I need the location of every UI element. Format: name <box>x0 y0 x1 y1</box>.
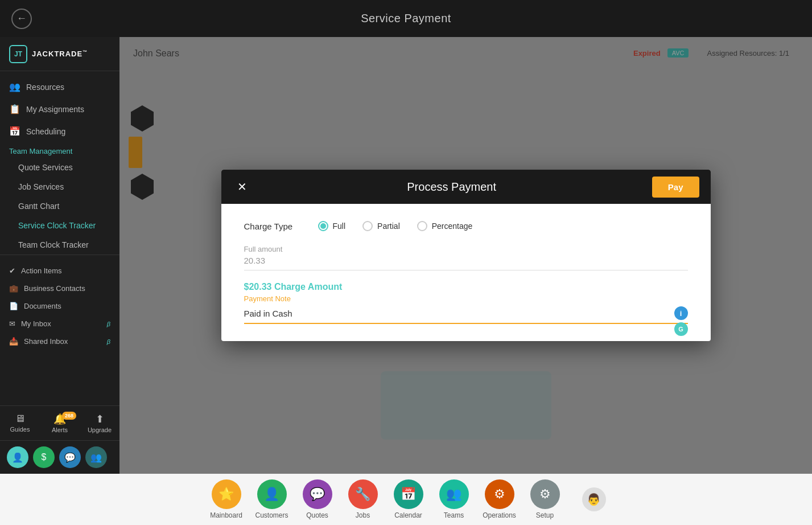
process-payment-modal: ✕ Process Payment Pay Charge Type Full <box>221 170 711 341</box>
full-amount-value: 20.33 <box>244 256 688 270</box>
my-inbox-icon: ✉ <box>9 319 15 328</box>
back-button[interactable]: ← <box>11 9 32 29</box>
user-avatar[interactable]: 👨 <box>582 487 606 511</box>
logo-text: JACKTRADE™ <box>32 50 88 58</box>
setup-icon: ⚙ <box>530 479 560 509</box>
sidebar-nav: 👥 Resources 📋 My Assignments 📅 Schedulin… <box>0 71 119 405</box>
sidebar-footer-icons: 👤 $ 💬 👥 <box>0 440 119 474</box>
modal-title: Process Payment <box>252 181 652 194</box>
sidebar-item-service-clock-tracker[interactable]: Service Clock Tracker <box>0 216 119 235</box>
main-layout: JT JACKTRADE™ 👥 Resources 📋 My Assignmen… <box>0 37 812 474</box>
modal-overlay: ✕ Process Payment Pay Charge Type Full <box>119 37 812 474</box>
sidebar-footer-actions: 🖥 Guides 🔔 Alerts 268 ⬆ Upgrade <box>0 405 119 440</box>
business-contacts-icon: 💼 <box>9 284 18 293</box>
charge-type-label: Charge Type <box>244 222 301 231</box>
calendar-label: Calendar <box>394 511 422 519</box>
sidebar-item-job-services[interactable]: Job Services <box>0 177 119 196</box>
assignments-icon: 📋 <box>9 104 20 114</box>
sidebar-item-resources[interactable]: 👥 Resources <box>0 76 119 98</box>
dollar-icon[interactable]: $ <box>33 446 55 468</box>
payment-note-input[interactable] <box>244 306 688 324</box>
sidebar-item-documents[interactable]: 📄 Documents <box>0 297 119 315</box>
nav-setup[interactable]: ⚙ Setup <box>525 479 565 519</box>
page-title: Service Payment <box>361 12 451 25</box>
nav-operations[interactable]: ⚙ Operations <box>480 479 520 519</box>
my-inbox-beta: β <box>107 321 110 327</box>
sidebar-item-gantt-chart[interactable]: Gantt Chart <box>0 196 119 216</box>
alerts-badge: 268 <box>62 412 76 420</box>
sidebar-item-quote-services[interactable]: Quote Services <box>0 158 119 177</box>
top-header: ← Service Payment <box>0 0 812 37</box>
radio-partial-circle <box>362 221 373 231</box>
nav-customers[interactable]: 👤 Customers <box>252 479 292 519</box>
sidebar-item-scheduling[interactable]: 📅 Scheduling <box>0 120 119 142</box>
modal-body: Charge Type Full Partial Percentage <box>221 204 711 341</box>
charge-type-full[interactable]: Full <box>318 221 346 231</box>
full-amount-section: Full amount 20.33 <box>244 245 688 270</box>
shared-inbox-beta: β <box>107 338 110 345</box>
user-profile-icon[interactable]: 👤 <box>7 446 28 468</box>
sidebar-item-shared-inbox[interactable]: 📥 Shared Inbox β <box>0 333 119 350</box>
charge-type-row: Charge Type Full Partial Percentage <box>244 221 688 231</box>
resources-icon: 👥 <box>9 81 20 92</box>
info-icon[interactable]: i <box>674 306 688 320</box>
setup-label: Setup <box>536 511 554 519</box>
customers-icon: 👤 <box>257 479 287 509</box>
sidebar-logo: JT JACKTRADE™ <box>0 37 119 71</box>
jobs-icon: 🔧 <box>348 479 378 509</box>
nav-calendar[interactable]: 📅 Calendar <box>389 479 428 519</box>
charge-type-percentage[interactable]: Percentage <box>417 221 473 231</box>
pay-button[interactable]: Pay <box>652 177 699 198</box>
note-icons: i G <box>674 306 688 336</box>
guides-button[interactable]: 🖥 Guides <box>0 411 40 436</box>
sidebar: JT JACKTRADE™ 👥 Resources 📋 My Assignmen… <box>0 37 119 474</box>
upgrade-icon: ⬆ <box>96 413 104 425</box>
scheduling-icon: 📅 <box>9 126 20 137</box>
quotes-icon: 💬 <box>303 479 332 509</box>
sidebar-item-my-assignments[interactable]: 📋 My Assignments <box>0 98 119 120</box>
nav-jobs[interactable]: 🔧 Jobs <box>343 479 383 519</box>
radio-full-circle <box>318 221 328 231</box>
sidebar-bottom: ✔ Action Items 💼 Business Contacts 📄 Doc… <box>0 255 119 357</box>
chat-icon[interactable]: 💬 <box>59 446 81 468</box>
team-management-header: Team Management <box>0 142 119 158</box>
calendar-icon: 📅 <box>394 479 423 509</box>
teams-label: Teams <box>444 511 464 519</box>
grammar-icon[interactable]: G <box>674 322 688 336</box>
payment-note-row: i G <box>244 306 688 324</box>
customers-label: Customers <box>255 511 288 519</box>
sidebar-item-action-items[interactable]: ✔ Action Items <box>0 262 119 280</box>
charge-type-partial[interactable]: Partial <box>362 221 400 231</box>
jobs-label: Jobs <box>356 511 370 519</box>
radio-partial-label: Partial <box>377 222 400 231</box>
payment-note-label: Payment Note <box>244 294 688 303</box>
bottom-nav: ⭐ Mainboard 👤 Customers 💬 Quotes 🔧 Jobs … <box>0 474 812 525</box>
full-amount-label: Full amount <box>244 245 688 253</box>
nav-quotes[interactable]: 💬 Quotes <box>298 479 337 519</box>
content-area: John Sears Expired AVC Assigned Resource… <box>119 37 812 474</box>
action-items-icon: ✔ <box>9 266 15 275</box>
teams-icon: 👥 <box>439 479 469 509</box>
guides-icon: 🖥 <box>15 413 25 425</box>
sidebar-item-my-inbox[interactable]: ✉ My Inbox β <box>0 315 119 333</box>
radio-percentage-label: Percentage <box>432 222 473 231</box>
quotes-label: Quotes <box>306 511 328 519</box>
documents-icon: 📄 <box>9 302 18 310</box>
operations-icon: ⚙ <box>485 479 514 509</box>
team-footer-icon[interactable]: 👥 <box>85 446 107 468</box>
sidebar-item-team-clock-tracker[interactable]: Team Clock Tracker <box>0 235 119 255</box>
modal-header: ✕ Process Payment Pay <box>221 170 711 204</box>
modal-close-button[interactable]: ✕ <box>233 178 252 196</box>
alerts-button[interactable]: 🔔 Alerts 268 <box>40 411 80 436</box>
radio-percentage-circle <box>417 221 427 231</box>
radio-full-label: Full <box>333 222 346 231</box>
logo-icon: JT <box>9 45 27 63</box>
shared-inbox-icon: 📥 <box>9 337 18 346</box>
charge-amount-text: $20.33 Charge Amount <box>244 282 688 292</box>
mainboard-label: Mainboard <box>210 511 242 519</box>
nav-mainboard[interactable]: ⭐ Mainboard <box>207 479 246 519</box>
operations-label: Operations <box>483 511 516 519</box>
sidebar-item-business-contacts[interactable]: 💼 Business Contacts <box>0 280 119 297</box>
nav-teams[interactable]: 👥 Teams <box>434 479 474 519</box>
upgrade-button[interactable]: ⬆ Upgrade <box>80 411 119 436</box>
